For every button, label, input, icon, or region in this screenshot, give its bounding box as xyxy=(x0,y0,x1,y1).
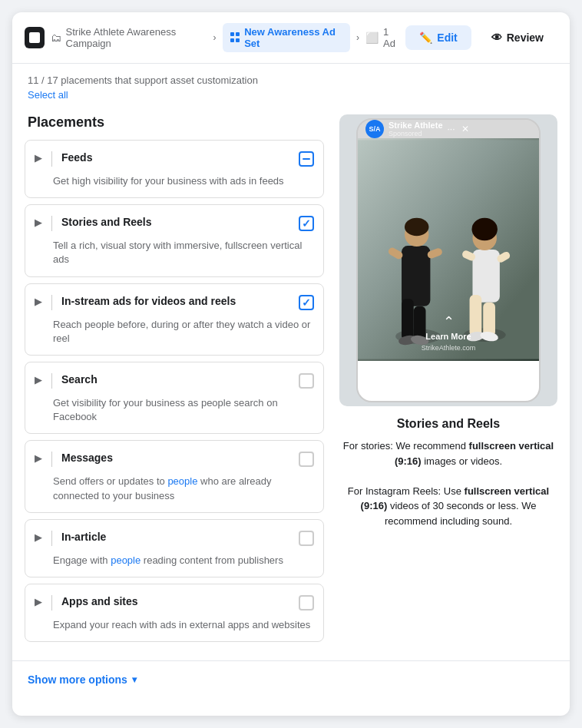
feeds-title: Feeds xyxy=(61,151,293,164)
inarticle-checkbox[interactable] xyxy=(299,531,314,546)
apps-divider xyxy=(51,595,52,611)
preview-desc-line2: images or videos. xyxy=(422,455,503,467)
search-desc: Get visibility for your business as peop… xyxy=(25,396,323,433)
messages-expand-icon[interactable]: ▶ xyxy=(35,452,42,464)
inarticle-people-link[interactable]: people xyxy=(111,554,141,566)
phone-actions: ··· ✕ xyxy=(448,124,469,134)
phone-status-bar: S/A Strike Athlete Sponsored ··· ✕ xyxy=(358,120,539,138)
svg-rect-2 xyxy=(402,246,430,306)
placement-header-inarticle: ▶ In-article xyxy=(25,520,323,554)
campaign-icon: 🗂 xyxy=(51,31,61,44)
apps-checkbox[interactable] xyxy=(299,595,314,611)
review-eye-icon: 👁 xyxy=(491,31,502,44)
inarticle-expand-icon[interactable]: ▶ xyxy=(35,531,42,543)
feeds-checkbox[interactable] xyxy=(299,151,314,167)
phone-cta: ⌃ Learn More StrikeAthlete.com xyxy=(422,315,476,352)
adset-icon xyxy=(230,32,240,43)
placement-header-feeds: ▶ Feeds xyxy=(25,141,323,174)
instream-expand-icon[interactable]: ▶ xyxy=(35,296,42,307)
inarticle-desc: Engage with people reading content from … xyxy=(25,554,323,577)
breadcrumb: 🗂 Strike Athlete Awareness Campaign › Ne… xyxy=(51,23,400,52)
stories-checkbox[interactable]: ✓ xyxy=(299,216,314,231)
placements-section: Placements ▶ Feeds Get high visibility f… xyxy=(25,104,324,648)
cta-sub: StrikeAthlete.com xyxy=(422,344,476,352)
placement-header-messages: ▶ Messages xyxy=(25,441,323,475)
preview-desc-line4: videos of 30 seconds or less. We recomme… xyxy=(385,500,537,527)
inarticle-divider xyxy=(51,531,52,546)
stories-divider xyxy=(51,216,52,231)
inarticle-title: In-article xyxy=(61,531,293,543)
placement-item-feeds: ▶ Feeds Get high visibility for your bus… xyxy=(25,140,324,198)
placement-item-inarticle: ▶ In-article Engage with people reading … xyxy=(25,519,324,577)
breadcrumb-adset-active[interactable]: New Awareness Ad Set xyxy=(223,23,351,52)
messages-checkbox-empty[interactable] xyxy=(299,452,314,467)
sidebar-toggle[interactable] xyxy=(25,27,45,48)
review-button[interactable]: 👁 Review xyxy=(478,25,557,50)
main-card: 🗂 Strike Athlete Awareness Campaign › Ne… xyxy=(12,12,570,716)
messages-people-link[interactable]: people xyxy=(167,475,197,487)
brand-sub: Sponsored xyxy=(389,130,443,137)
dots-icon: ··· xyxy=(448,124,455,134)
campaign-name: Strike Athlete Awareness Campaign xyxy=(66,26,207,49)
search-title: Search xyxy=(61,373,293,386)
header: 🗂 Strike Athlete Awareness Campaign › Ne… xyxy=(12,12,570,64)
preview-title: Stories and Reels xyxy=(339,417,557,431)
phone-mockup: S/A Strike Athlete Sponsored ··· ✕ xyxy=(356,118,541,402)
instream-divider xyxy=(51,295,52,310)
feeds-divider xyxy=(51,151,52,167)
preview-desc-line3: For Instagram Reels: Use xyxy=(348,485,465,497)
adset-name: New Awareness Ad Set xyxy=(244,26,342,49)
breadcrumb-campaign[interactable]: 🗂 Strike Athlete Awareness Campaign xyxy=(51,26,207,49)
placement-header-instream: ▶ In-stream ads for videos and reels ✓ xyxy=(25,284,323,318)
chevron-icon-1: › xyxy=(213,32,217,43)
feeds-expand-icon[interactable]: ▶ xyxy=(35,152,42,164)
placement-item-instream: ▶ In-stream ads for videos and reels ✓ R… xyxy=(25,283,324,356)
close-icon: ✕ xyxy=(461,124,469,134)
apps-title: Apps and sites xyxy=(61,595,293,607)
instream-checkbox[interactable]: ✓ xyxy=(299,295,314,310)
svg-rect-12 xyxy=(472,250,499,303)
instream-checkbox-checked[interactable]: ✓ xyxy=(299,295,314,310)
toggle-icon xyxy=(29,32,40,43)
stories-title: Stories and Reels xyxy=(61,216,293,228)
search-expand-icon[interactable]: ▶ xyxy=(35,374,42,386)
search-checkbox-empty[interactable] xyxy=(299,373,314,389)
select-all-link[interactable]: Select all xyxy=(28,89,68,101)
preview-description: For stories: We recommend fullscreen ver… xyxy=(339,438,557,528)
search-checkbox[interactable] xyxy=(299,373,314,389)
cta-chevron-icon: ⌃ xyxy=(443,315,455,329)
stories-expand-icon[interactable]: ▶ xyxy=(35,217,42,228)
placement-item-messages: ▶ Messages Send offers or updates to peo… xyxy=(25,440,324,512)
svg-point-8 xyxy=(405,218,428,237)
apps-checkbox-empty[interactable] xyxy=(299,595,314,611)
placement-header-stories: ▶ Stories and Reels ✓ xyxy=(25,205,323,239)
svg-rect-3 xyxy=(402,299,414,340)
placement-header-search: ▶ Search xyxy=(25,362,323,396)
show-more-button[interactable]: Show more options xyxy=(28,673,137,686)
preview-desc-line1: For stories: We recommend xyxy=(343,440,469,452)
brand-avatar: S/A xyxy=(365,120,384,138)
messages-checkbox[interactable] xyxy=(299,452,314,467)
instream-desc: Reach people before, during or after the… xyxy=(25,318,323,355)
edit-button[interactable]: ✏️ Edit xyxy=(405,25,471,50)
preview-panel: S/A Strike Athlete Sponsored ··· ✕ xyxy=(324,104,557,648)
inarticle-checkbox-empty[interactable] xyxy=(299,531,314,546)
placements-title: Placements xyxy=(25,104,324,140)
search-divider xyxy=(51,373,52,389)
ad-label: 1 Ad xyxy=(383,26,399,49)
placement-header-apps: ▶ Apps and sites xyxy=(25,584,323,618)
instream-title: In-stream ads for videos and reels xyxy=(61,295,293,307)
feeds-desc: Get high visibility for your business wi… xyxy=(25,174,323,197)
phone-ad-image: ⌃ Learn More StrikeAthlete.com xyxy=(358,138,539,361)
breadcrumb-ad[interactable]: ⬜ 1 Ad xyxy=(365,26,399,49)
placement-item-apps: ▶ Apps and sites Expand your reach with … xyxy=(25,584,324,642)
feeds-checkbox-minus[interactable] xyxy=(299,151,314,167)
messages-desc: Send offers or updates to people who are… xyxy=(25,475,323,511)
svg-point-18 xyxy=(471,218,497,241)
ad-icon: ⬜ xyxy=(365,31,379,44)
brand-name: Strike Athlete xyxy=(389,121,443,130)
apps-expand-icon[interactable]: ▶ xyxy=(35,596,42,607)
stories-checkbox-checked[interactable]: ✓ xyxy=(299,216,314,231)
edit-pencil-icon: ✏️ xyxy=(419,31,432,44)
placements-info: 11 / 17 placements that support asset cu… xyxy=(12,64,570,104)
